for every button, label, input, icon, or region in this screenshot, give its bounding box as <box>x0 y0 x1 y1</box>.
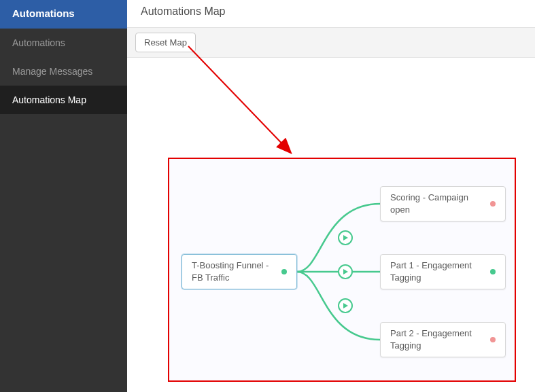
status-dot-icon <box>490 337 496 342</box>
main-content: Automations Map Reset Map <box>127 0 535 392</box>
automation-card[interactable]: Part 1 - Engagement Tagging <box>380 254 506 289</box>
sidebar-item-label: Automations Map <box>12 94 86 105</box>
automation-card[interactable]: Scoring - Campaign open <box>380 186 506 221</box>
toolbar: Reset Map <box>127 27 535 58</box>
page-title: Automations Map <box>127 0 535 27</box>
svg-line-1 <box>188 46 290 152</box>
status-dot-icon <box>281 269 287 274</box>
sidebar-item-automations-map[interactable]: Automations Map <box>0 86 127 114</box>
automation-card-label: T-Boosting Funnel - FB Traffic <box>192 260 272 283</box>
sidebar-item-automations[interactable]: Automations <box>0 29 127 57</box>
sidebar: Automations Automations Manage Messages … <box>0 0 127 392</box>
connector-node[interactable] <box>338 298 353 313</box>
automation-card-label: Scoring - Campaign open <box>390 192 481 215</box>
sidebar-header: Automations <box>0 0 127 29</box>
play-icon <box>342 234 349 241</box>
svg-marker-2 <box>343 235 348 240</box>
reset-map-button[interactable]: Reset Map <box>135 33 196 52</box>
sidebar-item-label: Automations <box>12 37 65 48</box>
play-icon <box>342 302 349 309</box>
play-icon <box>342 268 349 275</box>
automation-card-root[interactable]: T-Boosting Funnel - FB Traffic <box>182 254 297 289</box>
automation-card-label: Part 1 - Engagement Tagging <box>390 260 481 283</box>
svg-marker-4 <box>343 303 348 308</box>
svg-marker-3 <box>343 269 348 274</box>
status-dot-icon <box>490 201 496 207</box>
status-dot-icon <box>490 269 496 274</box>
automation-card[interactable]: Part 2 - Engagement Tagging <box>380 322 506 357</box>
automation-card-label: Part 2 - Engagement Tagging <box>390 327 481 351</box>
connector-node[interactable] <box>338 230 353 245</box>
connector-node[interactable] <box>338 264 353 279</box>
sidebar-item-manage-messages[interactable]: Manage Messages <box>0 57 127 86</box>
sidebar-item-label: Manage Messages <box>12 66 92 77</box>
automations-map-canvas[interactable]: T-Boosting Funnel - FB Traffic Scoring -… <box>168 158 516 382</box>
